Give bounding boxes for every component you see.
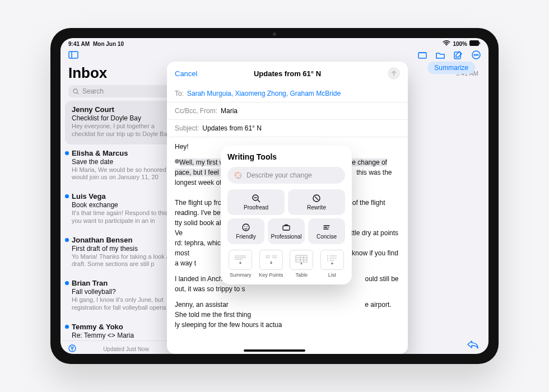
keypoints-format[interactable]: Key Points <box>258 250 285 278</box>
filter-icon[interactable] <box>68 344 76 353</box>
unread-dot-icon <box>65 281 69 285</box>
list-thumb-icon <box>324 253 340 267</box>
send-button[interactable] <box>388 67 400 80</box>
status-bar: 9:41 AM Mon Jun 10 100% <box>61 38 488 49</box>
svg-rect-1 <box>469 40 479 46</box>
summarize-button[interactable]: Summarize <box>427 62 475 74</box>
professional-label: Professional <box>271 234 301 240</box>
svg-point-12 <box>73 88 77 92</box>
rewrite-button[interactable]: Rewrite <box>288 189 345 215</box>
keypoints-thumb-icon <box>263 253 279 267</box>
subject-label: Subject: <box>175 124 199 132</box>
ccbcc-label: Cc/Bcc, From: <box>175 107 217 115</box>
professional-button[interactable]: Professional <box>268 218 305 244</box>
message-sender: Jenny Court <box>72 105 179 114</box>
unread-dot-icon <box>65 151 69 155</box>
body-p4: Jenny, an assistar e airport. She told m… <box>175 300 400 330</box>
describe-input[interactable]: Describe your change <box>227 167 345 184</box>
list-format[interactable]: List <box>319 250 346 278</box>
writing-tools-popover: Writing Tools Describe your change Proof… <box>221 146 352 284</box>
svg-rect-29 <box>283 226 290 230</box>
svg-point-42 <box>327 255 328 256</box>
concise-label: Concise <box>317 234 337 240</box>
svg-point-0 <box>446 45 447 46</box>
updated-label: Updated Just Now <box>76 346 176 352</box>
svg-point-44 <box>327 258 328 259</box>
table-thumb-icon <box>294 253 309 267</box>
subject-value: Updates from 61° N <box>202 124 262 132</box>
svg-rect-2 <box>480 42 481 44</box>
to-row[interactable]: To: Sarah Murguia, Xiaomeng Zhong, Graha… <box>167 85 408 102</box>
compose-title: Updates from 61° N <box>254 69 321 78</box>
rewrite-icon <box>312 194 321 203</box>
status-date: Mon Jun 10 <box>93 41 124 47</box>
message-subject: Checklist for Doyle Bay <box>72 114 179 122</box>
subject-row[interactable]: Subject: Updates from 61° N <box>167 120 408 137</box>
summary-format-label: Summary <box>230 272 252 278</box>
unread-dot-icon <box>65 238 69 242</box>
compose-header: Cancel Updates from 61° N <box>167 62 408 85</box>
svg-line-22 <box>258 200 260 202</box>
svg-point-9 <box>474 54 475 55</box>
message-preview: Hey everyone, I put together a checklist… <box>72 123 179 138</box>
unread-dot-icon <box>65 194 69 198</box>
svg-point-11 <box>477 54 478 55</box>
cancel-button[interactable]: Cancel <box>175 69 197 78</box>
status-time: 9:41 AM <box>68 41 90 47</box>
smile-icon <box>241 223 250 232</box>
table-format[interactable]: Table <box>289 250 315 278</box>
compose-icon[interactable] <box>454 50 463 61</box>
to-label: To: <box>175 90 184 97</box>
svg-point-26 <box>243 224 249 231</box>
battery-icon <box>469 40 481 47</box>
svg-point-28 <box>246 226 248 227</box>
ipad-frame: 9:41 AM Mon Jun 10 100% <box>50 28 499 364</box>
concise-button[interactable]: Concise <box>308 218 345 244</box>
home-indicator[interactable] <box>244 349 305 352</box>
friendly-button[interactable]: Friendly <box>227 218 264 244</box>
table-format-label: Table <box>295 272 308 278</box>
folder-icon[interactable] <box>436 51 445 60</box>
friendly-label: Friendly <box>236 234 256 240</box>
svg-line-13 <box>77 92 78 94</box>
svg-point-46 <box>327 260 328 261</box>
svg-rect-5 <box>418 53 426 58</box>
ccbcc-row[interactable]: Cc/Bcc, From: Maria <box>167 102 408 120</box>
summary-thumb-icon <box>232 253 248 267</box>
concise-icon <box>322 223 331 232</box>
battery-pct: 100% <box>453 41 467 47</box>
selection-handle-icon[interactable] <box>175 159 179 164</box>
magnify-icon <box>252 194 260 203</box>
from-value: Maria <box>221 107 238 115</box>
wifi-icon <box>443 40 450 47</box>
svg-rect-3 <box>69 52 78 58</box>
screen: 9:41 AM Mon Jun 10 100% <box>61 38 488 354</box>
sidebar-toggle-icon[interactable] <box>68 51 78 60</box>
list-format-label: List <box>328 272 336 278</box>
briefcase-icon <box>282 223 291 232</box>
writing-tools-title: Writing Tools <box>227 152 345 161</box>
keypoints-format-label: Key Points <box>259 272 283 278</box>
unread-dot-icon <box>65 325 69 329</box>
summary-format[interactable]: Summary <box>227 250 254 278</box>
to-recipients[interactable]: Sarah Murguia, Xiaomeng Zhong, Graham Mc… <box>187 90 341 97</box>
sparkle-icon <box>234 171 242 179</box>
archive-icon[interactable] <box>418 51 427 60</box>
proofread-button[interactable]: Proofread <box>227 189 285 215</box>
svg-point-10 <box>476 54 477 55</box>
svg-line-25 <box>315 197 318 200</box>
more-icon[interactable] <box>472 50 481 61</box>
proofread-label: Proofread <box>244 204 268 211</box>
search-placeholder: Search <box>82 87 104 95</box>
describe-placeholder: Describe your change <box>246 171 312 179</box>
rewrite-label: Rewrite <box>307 204 326 211</box>
svg-rect-37 <box>296 255 307 262</box>
svg-point-27 <box>244 226 245 227</box>
reply-icon[interactable] <box>467 340 478 351</box>
